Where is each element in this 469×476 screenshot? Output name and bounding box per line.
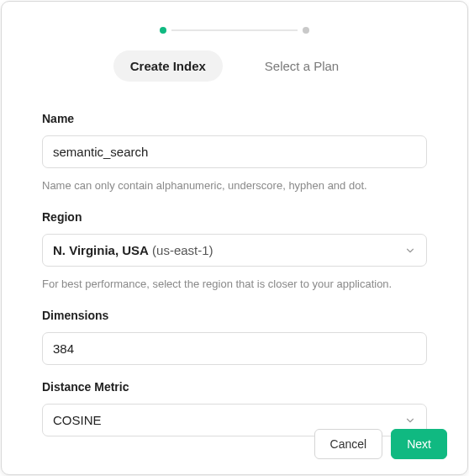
- button-label: Next: [407, 437, 431, 451]
- create-index-modal: Create Index Select a Plan Name Name can…: [1, 1, 468, 475]
- next-button[interactable]: Next: [391, 429, 447, 459]
- region-selected-name: N. Virginia, USA: [53, 243, 149, 257]
- region-label: Region: [42, 210, 427, 224]
- region-selected: N. Virginia, USA (us-east-1): [53, 243, 213, 257]
- button-label: Cancel: [330, 437, 367, 451]
- tab-label: Create Index: [130, 59, 206, 73]
- tab-label: Select a Plan: [265, 59, 339, 73]
- region-select[interactable]: N. Virginia, USA (us-east-1): [42, 234, 427, 267]
- region-helper: For best performance, select the region …: [42, 278, 427, 290]
- tab-create-index[interactable]: Create Index: [113, 50, 223, 82]
- name-input[interactable]: [42, 135, 427, 168]
- step-dot-2: [303, 27, 309, 34]
- chevron-down-icon: [404, 415, 416, 426]
- distance-metric-selected: COSINE: [53, 413, 102, 427]
- name-helper: Name can only contain alphanumeric, unde…: [42, 179, 427, 192]
- form: Name Name can only contain alphanumeric,…: [2, 102, 467, 436]
- dimensions-input[interactable]: [42, 332, 427, 365]
- name-label: Name: [42, 112, 427, 125]
- dimensions-label: Dimensions: [42, 309, 427, 322]
- cancel-button[interactable]: Cancel: [314, 429, 383, 459]
- step-tabs: Create Index Select a Plan: [2, 42, 467, 102]
- step-line: [171, 29, 298, 31]
- tab-select-plan[interactable]: Select a Plan: [248, 50, 356, 82]
- step-dot-1: [160, 27, 166, 34]
- region-selected-code: (us-east-1): [152, 243, 213, 257]
- distance-metric-label: Distance Metric: [42, 380, 427, 394]
- chevron-down-icon: [404, 245, 416, 257]
- stepper: [2, 2, 467, 42]
- footer-actions: Cancel Next: [314, 429, 447, 459]
